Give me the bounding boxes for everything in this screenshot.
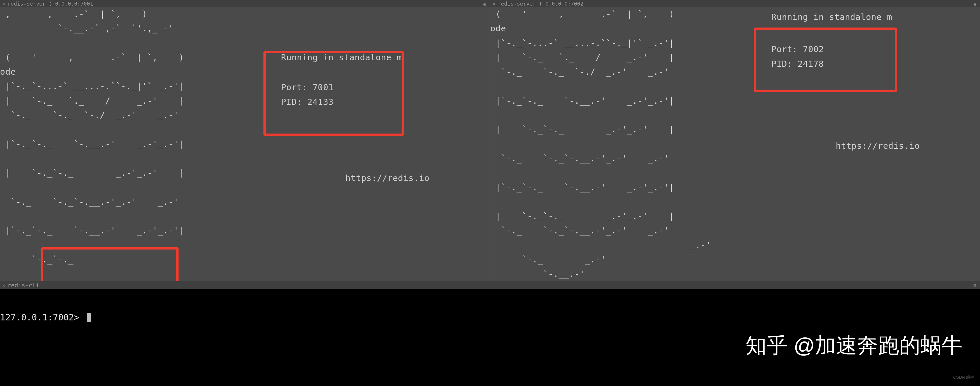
cli-tab-title: redis-cli (8, 282, 39, 289)
cli-prompt-text: 127.0.0.1:7002> (0, 312, 84, 322)
terminal-cursor (87, 313, 91, 322)
right-tab-title: redis-server ( 0.0.0.0:7002 (498, 1, 584, 7)
running-mode-text: Running in standalone m (281, 50, 402, 65)
port-label: Port: 7001 (281, 80, 334, 94)
right-terminal-pane[interactable]: ✕ redis-server ( 0.0.0.0:7002 ⊕ ( ' , .-… (490, 0, 980, 281)
right-terminal-content[interactable]: ( ' , .-` | `, ) ode |`-._`-...-` __...-… (490, 7, 980, 127)
left-terminal-content[interactable]: , , .-` | `, ) `-.__.-` ,-` `'.,_ -' ( '… (0, 7, 490, 142)
pid-label: PID: 24178 (771, 57, 824, 71)
expand-icon[interactable]: ⊕ (973, 282, 977, 289)
expand-icon[interactable]: ⊕ (973, 1, 977, 7)
port-label: Port: 7002 (771, 42, 824, 56)
pid-label: PID: 24133 (281, 95, 334, 109)
cli-prompt-line: 127.0.0.1:7002> (0, 312, 980, 322)
running-mode-text: Running in standalone m (771, 10, 892, 24)
zhihu-watermark: 知乎 @加速奔跑的蜗牛 (746, 332, 963, 360)
redis-url: https://redis.io (836, 139, 920, 153)
left-tab-bar: ✕ redis-server ( 0.0.0.0:7001 ⊕ (0, 0, 490, 7)
left-tab-title: redis-server ( 0.0.0.0:7001 (8, 1, 93, 7)
redis-ascii-art: ( ' , .-` | `, ) ode |`-._`-...-` __...-… (490, 7, 711, 281)
close-icon[interactable]: ✕ (2, 282, 5, 288)
left-terminal-pane[interactable]: ✕ redis-server ( 0.0.0.0:7001 ⊕ , , .-` … (0, 0, 490, 281)
redis-url: https://redis.io (345, 171, 430, 185)
redis-ascii-art: , , .-` | `, ) `-.__.-` ,-` `'.,_ -' ( '… (0, 7, 184, 267)
expand-icon[interactable]: ⊕ (483, 1, 486, 7)
right-tab-bar: ✕ redis-server ( 0.0.0.0:7002 ⊕ (490, 0, 980, 7)
csdn-watermark: CSDN 蜗牛 (953, 375, 974, 380)
cli-tab-bar: ✕ redis-cli ⊕ (0, 281, 980, 289)
close-icon[interactable]: ✕ (493, 1, 496, 6)
close-icon[interactable]: ✕ (2, 1, 5, 6)
